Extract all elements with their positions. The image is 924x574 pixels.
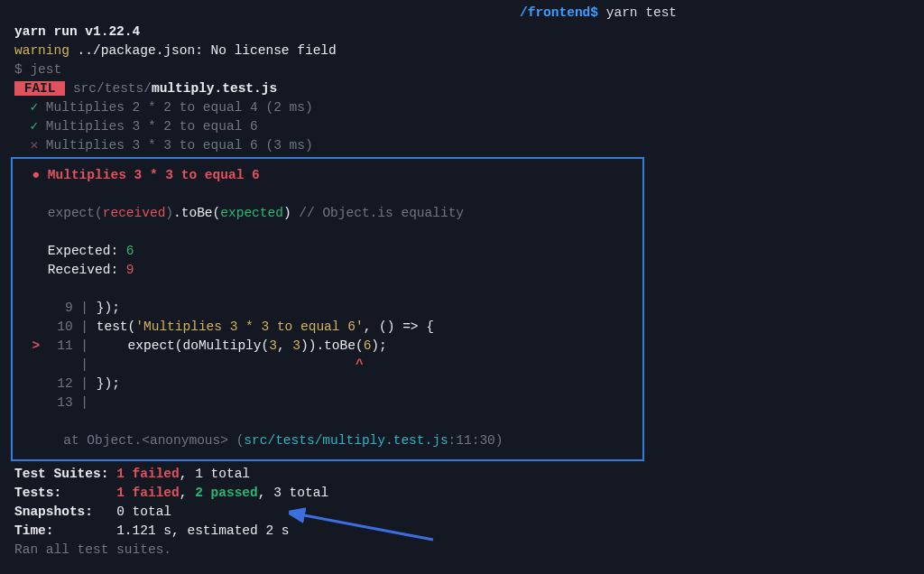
code-caret-line: | ^ bbox=[16, 356, 639, 375]
suite-path: src/tests/ bbox=[65, 81, 152, 96]
failure-title: ● Multiplies 3 * 3 to equal 6 bbox=[16, 166, 639, 185]
suite-file: multiply.test.js bbox=[152, 81, 277, 96]
jest-line: $ jest bbox=[14, 60, 924, 79]
code-line-12: 12 | }); bbox=[16, 375, 639, 393]
command-text: yarn test bbox=[606, 5, 677, 20]
code-line-13: 13 | bbox=[16, 393, 639, 412]
summary-suites: Test Suites: 1 failed, 1 total bbox=[14, 465, 924, 484]
failure-detail-box: ● Multiplies 3 * 3 to equal 6 expect(rec… bbox=[11, 157, 644, 461]
test-result-1: ✓ Multiplies 3 * 2 to equal 6 bbox=[14, 117, 924, 136]
suite-line: FAIL src/tests/multiply.test.js bbox=[14, 79, 924, 98]
assert-line: expect(received).toBe(expected) // Objec… bbox=[16, 204, 639, 223]
bullet-icon: ● bbox=[32, 168, 40, 182]
code-line-11: > 11 | expect(doMultiply(3, 3)).toBe(6); bbox=[16, 337, 639, 356]
warning-line: warning ../package.json: No license fiel… bbox=[14, 42, 924, 60]
dollar-sign: $ bbox=[14, 62, 30, 77]
stack-line: at Object.<anonymous> (src/tests/multipl… bbox=[16, 431, 639, 450]
expected-line: Expected: 6 bbox=[16, 242, 639, 261]
warning-text: ../package.json: No license field bbox=[69, 43, 337, 58]
prompt-line[interactable]: /frontend$ yarn test bbox=[14, 4, 924, 23]
warning-label: warning bbox=[14, 43, 69, 58]
test-result-0: ✓ Multiplies 2 * 2 to equal 4 (2 ms) bbox=[14, 98, 924, 117]
code-line-10: 10 | test('Multiplies 3 * 3 to equal 6',… bbox=[16, 318, 639, 337]
prompt-path: /frontend bbox=[520, 5, 590, 20]
summary-time: Time: 1.121 s, estimated 2 s bbox=[14, 522, 924, 541]
code-line-9: 9 | }); bbox=[16, 299, 639, 318]
yarn-run-line: yarn run v1.22.4 bbox=[14, 23, 924, 42]
summary-snapshots: Snapshots: 0 total bbox=[14, 503, 924, 522]
test-result-2: ✕ Multiplies 3 * 3 to equal 6 (3 ms) bbox=[14, 136, 924, 155]
jest-text: jest bbox=[30, 62, 61, 77]
fail-badge: FAIL bbox=[14, 81, 65, 96]
prompt-symbol: $ bbox=[590, 5, 598, 20]
received-line: Received: 9 bbox=[16, 261, 639, 280]
summary-tests: Tests: 1 failed, 2 passed, 3 total bbox=[14, 484, 924, 503]
summary-ran: Ran all test suites. bbox=[14, 541, 924, 560]
